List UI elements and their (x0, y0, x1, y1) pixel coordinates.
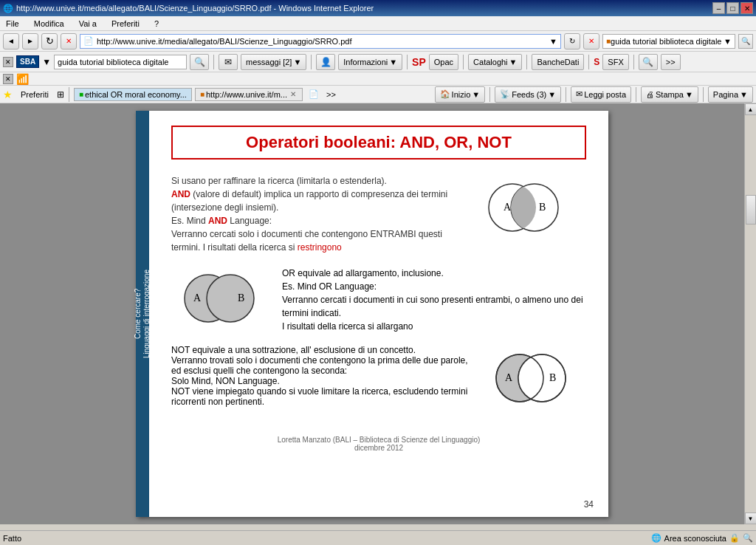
address-bar[interactable]: 📄 http://www.unive.it/media/allegato/BAL… (80, 34, 561, 49)
search-dropdown-icon[interactable]: ▼ (724, 37, 732, 46)
and-lang: Language: (227, 216, 272, 226)
toolbar-more-button[interactable]: 🔍 (639, 54, 658, 70)
title-bar-left: 🌐 http://www.unive.it/media/allegato/BAL… (3, 4, 374, 13)
inizio-button[interactable]: 🏠 Inizio ▼ (435, 86, 486, 103)
toolbar-envelope-icon[interactable]: ✉ (219, 54, 238, 70)
leggi-posta-label: Leggi posta (584, 90, 626, 99)
signal-bars: 📶 (16, 73, 29, 85)
inizio-dropdown-icon: ▼ (472, 90, 480, 99)
toolbar-messages-button[interactable]: messaggi [2] ▼ (241, 54, 306, 70)
maximize-button[interactable]: □ (726, 2, 739, 14)
cataloghi-label: Cataloghi (473, 58, 507, 66)
stampa-button[interactable]: 🖨 Stampa ▼ (641, 86, 698, 103)
toolbar-row2: ✕ 📶 (0, 72, 756, 86)
or-text: OR equivale ad allargamento, inclusione.… (282, 267, 586, 333)
toolbar-separator-7 (633, 55, 634, 69)
pdf-footer: Loretta Manzato (BALI – Biblioteca di Sc… (171, 428, 586, 452)
toolbar-info-button[interactable]: Informazioni ▼ (338, 54, 402, 70)
search-go-button[interactable]: 🔍 (738, 34, 753, 49)
and-kw2: AND (208, 216, 227, 226)
stop-button[interactable]: ✕ (61, 33, 77, 49)
fav-sep-4 (636, 87, 636, 102)
favorites-button[interactable]: Preferiti (16, 88, 54, 101)
messages-label: messaggi [2] (246, 58, 292, 66)
footer-line2: dicembre 2012 (171, 444, 586, 452)
venn-and-svg: A B (475, 174, 571, 241)
minimize-button[interactable]: – (712, 2, 725, 14)
or-keyword: OR (282, 268, 295, 278)
scroll-track[interactable] (745, 115, 756, 513)
tab2-close-icon[interactable]: ✕ (289, 90, 298, 98)
venn-or-svg: A B (171, 265, 267, 332)
content-area: Come cercare? Linguaggi di interrogazion… (0, 103, 756, 524)
venn-or-label-a: A (193, 292, 202, 304)
toolbar-separator-2 (311, 55, 312, 69)
pdf-content: Operatori booleani: AND, OR, NOT (171, 126, 586, 452)
not-line2: Verranno trovati solo i documenti che co… (171, 355, 468, 376)
page-favicon: 📄 (83, 36, 94, 46)
address-dropdown-icon[interactable]: ▼ (549, 37, 557, 46)
inizio-label: Inizio (452, 90, 471, 99)
menu-preferiti[interactable]: Preferiti (109, 18, 142, 30)
pdf-scrollbar[interactable]: ▲ ▼ (744, 103, 756, 524)
back-button[interactable]: ◄ (3, 33, 19, 49)
tab2-label: http://www.unive.it/m... (206, 90, 287, 99)
and-section: A B Si usano per raffinare la ricerca (l… (171, 174, 586, 254)
favorites-tab1[interactable]: ■ ethical OR moral economy... (74, 88, 192, 101)
not-desc2: di un concetto. (358, 345, 416, 355)
menu-help[interactable]: ? (151, 18, 162, 30)
tab2-favicon: ■ (200, 90, 205, 98)
toolbar-search-input[interactable] (54, 55, 187, 69)
and-es: Es. Mind (171, 216, 208, 226)
toolbar-extra-button[interactable]: >> (661, 54, 681, 70)
menu-bar: File Modifica Vai a Preferiti ? (0, 16, 756, 31)
not-bold: esclusione (314, 345, 356, 355)
pdf-page: Come cercare? Linguaggi di interrogazion… (136, 111, 608, 517)
scroll-thumb[interactable] (746, 195, 756, 224)
tab-grid-icon: ⊞ (57, 89, 64, 100)
not-line1: NOT equivale a una sottrazione, all' esc… (171, 345, 468, 355)
menu-vai[interactable]: Vai a (76, 18, 100, 30)
side-label: Come cercare? Linguaggi di interrogazion… (136, 111, 149, 517)
search-bar[interactable]: ■ guida tutorial biblioteca digitale ▼ (602, 34, 735, 49)
toolbar-sfx-button[interactable]: SFX (602, 54, 628, 70)
toolbar-banche-button[interactable]: BancheDati (532, 54, 584, 70)
refresh-button[interactable]: ↻ (41, 33, 58, 49)
side-label-line1: Come cercare? (134, 289, 142, 339)
toolbar-opac-button[interactable]: Opac (429, 54, 458, 70)
menu-file[interactable]: File (3, 18, 22, 30)
toolbar-sp-logo: SP (412, 56, 426, 68)
leggi-posta-button[interactable]: ✉ Leggi posta (571, 86, 631, 103)
not-line3: Solo Mind, NON Language. (171, 376, 468, 386)
fav-more-button[interactable]: >> (325, 89, 337, 100)
menu-modifica[interactable]: Modifica (31, 18, 67, 30)
and-desc: (valore di default) implica un rapporto … (171, 189, 447, 213)
mail-icon: ✉ (576, 89, 583, 99)
refresh-go-button[interactable]: ↻ (564, 33, 580, 49)
or-line3: Verranno cercati i documenti in cui sono… (282, 293, 586, 320)
toolbar-separator-5 (526, 55, 527, 69)
toolbar-cataloghi-button[interactable]: Cataloghi ▼ (468, 54, 522, 70)
toolbar-dropdown-icon[interactable]: ▼ (42, 57, 51, 67)
home-icon: 🏠 (440, 89, 450, 99)
close-button[interactable]: ✕ (740, 2, 753, 14)
fav-separator-1 (69, 87, 69, 102)
toolbar-close-button[interactable]: ✕ (3, 57, 13, 67)
fav-sep-2 (489, 87, 490, 102)
stop-x-button[interactable]: ✕ (583, 33, 599, 49)
scroll-up-button[interactable]: ▲ (745, 103, 757, 115)
tab1-label: ethical OR moral economy... (85, 90, 187, 99)
pdf-viewer[interactable]: Come cercare? Linguaggi di interrogazion… (0, 103, 744, 524)
toolbar-row2-close[interactable]: ✕ (3, 74, 13, 84)
forward-button[interactable]: ► (22, 33, 38, 49)
favorites-bar: ★ Preferiti ⊞ ■ ethical OR moral economy… (0, 86, 756, 103)
feeds-button[interactable]: 📡 Feeds (3) ▼ (495, 86, 561, 103)
scroll-down-button[interactable]: ▼ (745, 513, 757, 524)
pagina-button[interactable]: Pagina ▼ (708, 86, 753, 103)
toolbar-person-icon[interactable]: 👤 (316, 54, 335, 70)
toolbar-search-button[interactable]: 🔍 (190, 54, 209, 70)
fav-sep-3 (566, 87, 566, 102)
messages-dropdown-icon: ▼ (293, 58, 301, 66)
favorites-tab2[interactable]: ■ http://www.unive.it/m... ✕ (195, 88, 303, 101)
address-text: http://www.unive.it/media/allegato/BALI/… (97, 37, 546, 46)
